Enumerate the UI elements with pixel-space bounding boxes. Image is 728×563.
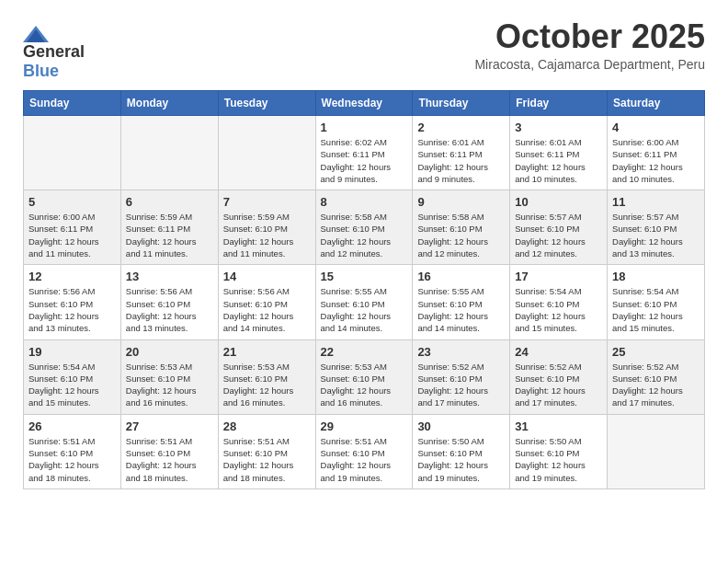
day-number: 19 <box>28 345 116 359</box>
day-number: 21 <box>223 345 311 359</box>
day-info: Sunrise: 5:56 AMSunset: 6:10 PMDaylight:… <box>28 285 116 334</box>
logo-blue: Blue <box>23 62 59 80</box>
day-info: Sunrise: 5:59 AMSunset: 6:11 PMDaylight:… <box>126 211 213 259</box>
day-number: 15 <box>321 270 408 283</box>
day-info: Sunrise: 5:57 AMSunset: 6:10 PMDaylight:… <box>515 211 602 259</box>
day-info: Sunrise: 5:51 AMSunset: 6:10 PMDaylight:… <box>321 435 408 484</box>
calendar-cell <box>24 116 121 190</box>
day-number: 10 <box>515 195 602 209</box>
day-number: 20 <box>126 345 213 359</box>
day-info: Sunrise: 5:58 AMSunset: 6:10 PMDaylight:… <box>321 211 408 259</box>
calendar-cell: 15Sunrise: 5:55 AMSunset: 6:10 PMDayligh… <box>315 265 413 339</box>
day-number: 31 <box>515 419 602 433</box>
calendar-cell: 20Sunrise: 5:53 AMSunset: 6:10 PMDayligh… <box>120 339 218 414</box>
header: General Blue October 2025 Miracosta, Caj… <box>23 18 705 81</box>
calendar-cell <box>120 116 218 190</box>
calendar-cell: 18Sunrise: 5:54 AMSunset: 6:10 PMDayligh… <box>608 265 705 339</box>
calendar-row-2: 5Sunrise: 6:00 AMSunset: 6:11 PMDaylight… <box>24 190 705 265</box>
calendar-cell: 2Sunrise: 6:01 AMSunset: 6:11 PMDaylight… <box>413 116 510 190</box>
calendar-cell: 7Sunrise: 5:59 AMSunset: 6:10 PMDaylight… <box>218 190 315 265</box>
calendar-cell: 10Sunrise: 5:57 AMSunset: 6:10 PMDayligh… <box>510 190 608 265</box>
calendar-cell: 12Sunrise: 5:56 AMSunset: 6:10 PMDayligh… <box>24 265 121 339</box>
day-info: Sunrise: 5:53 AMSunset: 6:10 PMDaylight:… <box>126 361 213 409</box>
day-number: 22 <box>321 345 408 359</box>
calendar-cell: 22Sunrise: 5:53 AMSunset: 6:10 PMDayligh… <box>315 339 413 414</box>
calendar-cell: 5Sunrise: 6:00 AMSunset: 6:11 PMDaylight… <box>24 190 121 265</box>
day-number: 17 <box>515 270 602 283</box>
header-saturday: Saturday <box>608 91 705 116</box>
day-number: 28 <box>223 419 311 433</box>
calendar-cell: 27Sunrise: 5:51 AMSunset: 6:10 PMDayligh… <box>120 414 218 488</box>
logo-icon <box>23 26 49 42</box>
day-info: Sunrise: 5:57 AMSunset: 6:10 PMDaylight:… <box>612 211 700 259</box>
day-info: Sunrise: 5:53 AMSunset: 6:10 PMDaylight:… <box>321 361 408 409</box>
title-area: October 2025 Miracosta, Cajamarca Depart… <box>474 18 705 72</box>
calendar-cell: 21Sunrise: 5:53 AMSunset: 6:10 PMDayligh… <box>218 339 315 414</box>
calendar-row-4: 19Sunrise: 5:54 AMSunset: 6:10 PMDayligh… <box>24 339 705 414</box>
calendar-cell: 16Sunrise: 5:55 AMSunset: 6:10 PMDayligh… <box>413 265 510 339</box>
calendar-cell: 26Sunrise: 5:51 AMSunset: 6:10 PMDayligh… <box>24 414 121 488</box>
day-info: Sunrise: 5:55 AMSunset: 6:10 PMDaylight:… <box>321 285 408 334</box>
calendar-cell: 29Sunrise: 5:51 AMSunset: 6:10 PMDayligh… <box>315 414 413 488</box>
header-friday: Friday <box>510 91 608 116</box>
day-number: 2 <box>417 121 505 134</box>
logo: General Blue <box>23 26 85 81</box>
calendar-cell: 1Sunrise: 6:02 AMSunset: 6:11 PMDaylight… <box>315 116 413 190</box>
calendar-cell: 19Sunrise: 5:54 AMSunset: 6:10 PMDayligh… <box>24 339 121 414</box>
calendar-cell: 28Sunrise: 5:51 AMSunset: 6:10 PMDayligh… <box>218 414 315 488</box>
day-number: 30 <box>417 419 505 433</box>
day-info: Sunrise: 6:00 AMSunset: 6:11 PMDaylight:… <box>612 136 700 185</box>
calendar-row-1: 1Sunrise: 6:02 AMSunset: 6:11 PMDaylight… <box>24 116 705 190</box>
calendar-cell: 6Sunrise: 5:59 AMSunset: 6:11 PMDaylight… <box>120 190 218 265</box>
calendar-header-row: SundayMondayTuesdayWednesdayThursdayFrid… <box>24 91 705 116</box>
calendar-cell: 9Sunrise: 5:58 AMSunset: 6:10 PMDaylight… <box>413 190 510 265</box>
day-info: Sunrise: 5:54 AMSunset: 6:10 PMDaylight:… <box>612 285 700 334</box>
day-number: 1 <box>321 121 408 134</box>
calendar-cell: 14Sunrise: 5:56 AMSunset: 6:10 PMDayligh… <box>218 265 315 339</box>
day-info: Sunrise: 5:53 AMSunset: 6:10 PMDaylight:… <box>223 361 311 409</box>
day-info: Sunrise: 5:56 AMSunset: 6:10 PMDaylight:… <box>223 285 311 334</box>
day-info: Sunrise: 5:50 AMSunset: 6:10 PMDaylight:… <box>515 435 602 484</box>
day-info: Sunrise: 5:51 AMSunset: 6:10 PMDaylight:… <box>28 435 116 484</box>
day-number: 18 <box>612 270 700 283</box>
day-info: Sunrise: 5:52 AMSunset: 6:10 PMDaylight:… <box>612 361 700 409</box>
day-info: Sunrise: 5:50 AMSunset: 6:10 PMDaylight:… <box>417 435 505 484</box>
day-number: 24 <box>515 345 602 359</box>
day-info: Sunrise: 5:54 AMSunset: 6:10 PMDaylight:… <box>28 361 116 409</box>
day-number: 12 <box>28 270 116 283</box>
day-info: Sunrise: 5:59 AMSunset: 6:10 PMDaylight:… <box>223 211 311 259</box>
day-number: 13 <box>126 270 213 283</box>
day-number: 6 <box>126 195 213 209</box>
day-number: 9 <box>417 195 505 209</box>
calendar-cell <box>218 116 315 190</box>
calendar-cell: 17Sunrise: 5:54 AMSunset: 6:10 PMDayligh… <box>510 265 608 339</box>
subtitle: Miracosta, Cajamarca Department, Peru <box>474 57 705 72</box>
day-info: Sunrise: 5:56 AMSunset: 6:10 PMDaylight:… <box>126 285 213 334</box>
header-tuesday: Tuesday <box>218 91 315 116</box>
calendar-cell: 30Sunrise: 5:50 AMSunset: 6:10 PMDayligh… <box>413 414 510 488</box>
day-number: 11 <box>612 195 700 209</box>
header-sunday: Sunday <box>24 91 121 116</box>
calendar-cell: 11Sunrise: 5:57 AMSunset: 6:10 PMDayligh… <box>608 190 705 265</box>
calendar-cell: 8Sunrise: 5:58 AMSunset: 6:10 PMDaylight… <box>315 190 413 265</box>
day-number: 26 <box>28 419 116 433</box>
day-info: Sunrise: 5:54 AMSunset: 6:10 PMDaylight:… <box>515 285 602 334</box>
day-info: Sunrise: 5:51 AMSunset: 6:10 PMDaylight:… <box>223 435 311 484</box>
logo-general: General <box>23 42 85 61</box>
calendar-cell: 31Sunrise: 5:50 AMSunset: 6:10 PMDayligh… <box>510 414 608 488</box>
header-monday: Monday <box>120 91 218 116</box>
calendar-cell: 4Sunrise: 6:00 AMSunset: 6:11 PMDaylight… <box>608 116 705 190</box>
day-info: Sunrise: 6:00 AMSunset: 6:11 PMDaylight:… <box>28 211 116 259</box>
calendar: SundayMondayTuesdayWednesdayThursdayFrid… <box>23 90 705 489</box>
day-number: 16 <box>417 270 505 283</box>
calendar-row-5: 26Sunrise: 5:51 AMSunset: 6:10 PMDayligh… <box>24 414 705 488</box>
day-number: 23 <box>417 345 505 359</box>
day-info: Sunrise: 5:58 AMSunset: 6:10 PMDaylight:… <box>417 211 505 259</box>
header-thursday: Thursday <box>413 91 510 116</box>
day-info: Sunrise: 6:02 AMSunset: 6:11 PMDaylight:… <box>321 136 408 185</box>
day-number: 14 <box>223 270 311 283</box>
day-number: 3 <box>515 121 602 134</box>
month-title: October 2025 <box>474 18 705 55</box>
calendar-cell <box>608 414 705 488</box>
header-wednesday: Wednesday <box>315 91 413 116</box>
